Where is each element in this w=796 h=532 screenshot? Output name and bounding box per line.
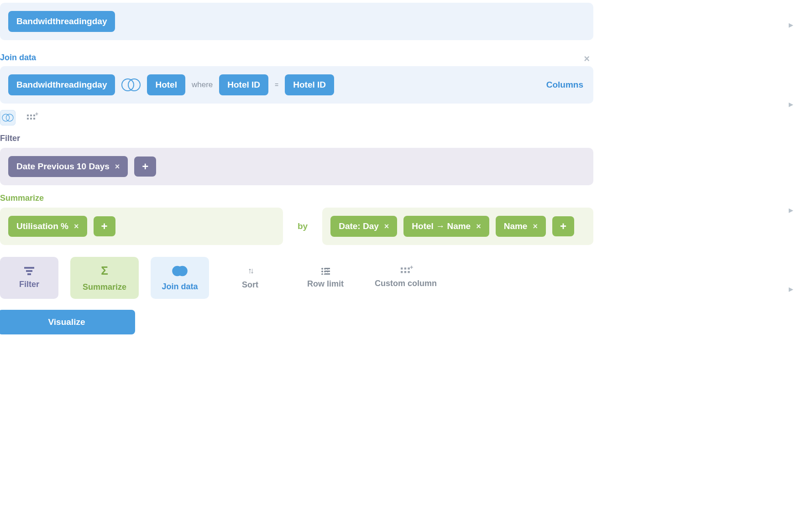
remove-groupby-icon[interactable]: × [384, 222, 389, 230]
grid-plus-icon [27, 115, 36, 121]
add-custom-column-button[interactable] [24, 110, 39, 125]
step-arrow-icon[interactable]: ▸ [789, 205, 793, 214]
step-action-bar: Filter Σ Summarize Join data Sort Row li… [0, 257, 593, 299]
action-row-limit[interactable]: Row limit [291, 257, 360, 299]
sigma-icon: Σ [101, 264, 108, 278]
plus-icon: + [142, 161, 148, 172]
action-summarize[interactable]: Σ Summarize [70, 257, 139, 299]
step-arrow-icon[interactable]: ▸ [789, 284, 793, 293]
plus-icon: + [560, 221, 566, 232]
list-icon [321, 267, 330, 275]
join-section: Bandwidthreadingday Hotel where Hotel ID… [0, 66, 593, 104]
add-aggregation-button[interactable]: + [94, 216, 115, 236]
plus-icon: + [101, 221, 108, 232]
summarize-section: Utilisation % × + by Date: Day × Hotel →… [0, 208, 593, 245]
section-title-join: Join data × [0, 53, 593, 63]
data-section: Bandwidthreadingday [0, 3, 593, 40]
join-left-table[interactable]: Bandwidthreadingday [8, 74, 115, 95]
remove-aggregation-icon[interactable]: × [74, 222, 79, 230]
add-groupby-button[interactable]: + [552, 216, 574, 236]
data-source-chip[interactable]: Bandwidthreadingday [8, 11, 115, 32]
venn-icon [172, 266, 188, 276]
add-join-button[interactable] [0, 110, 16, 125]
visualize-button[interactable]: Visualize [0, 310, 135, 334]
grid-plus-icon [401, 267, 411, 274]
remove-groupby-icon[interactable]: × [533, 222, 538, 230]
filter-chip[interactable]: Date Previous 10 Days × [8, 156, 128, 177]
groupby-chip[interactable]: Date: Day × [330, 216, 397, 237]
venn-icon [2, 114, 13, 122]
join-columns-link[interactable]: Columns [546, 80, 585, 90]
sort-icon [248, 266, 252, 276]
action-custom-column[interactable]: Custom column [372, 257, 440, 299]
action-filter[interactable]: Filter [0, 257, 58, 299]
join-right-table[interactable]: Hotel [147, 74, 185, 95]
groupby-chip[interactable]: Hotel → Name × [403, 216, 489, 237]
remove-filter-icon[interactable]: × [115, 162, 120, 171]
join-right-column[interactable]: Hotel ID [285, 74, 334, 95]
action-sort[interactable]: Sort [221, 257, 279, 299]
aggregation-chip[interactable]: Utilisation % × [8, 216, 87, 237]
join-type-icon[interactable] [121, 78, 141, 91]
remove-groupby-icon[interactable]: × [476, 222, 481, 230]
filter-icon [24, 267, 34, 275]
section-title-filter: Filter [0, 134, 593, 143]
by-text: by [288, 221, 317, 231]
groupby-chip[interactable]: Name × [496, 216, 546, 237]
where-text: where [192, 80, 213, 89]
add-filter-button[interactable]: + [134, 156, 156, 177]
equals-text: = [275, 81, 278, 89]
step-arrow-icon[interactable]: ▸ [789, 99, 793, 109]
data-source-label: Bandwidthreadingday [16, 16, 107, 26]
action-join[interactable]: Join data [151, 257, 209, 299]
remove-join-icon[interactable]: × [584, 53, 590, 65]
join-left-column[interactable]: Hotel ID [219, 74, 268, 95]
section-title-summarize: Summarize [0, 193, 593, 203]
step-arrow-icon[interactable]: ▸ [789, 20, 793, 29]
filter-section: Date Previous 10 Days × + [0, 148, 593, 185]
